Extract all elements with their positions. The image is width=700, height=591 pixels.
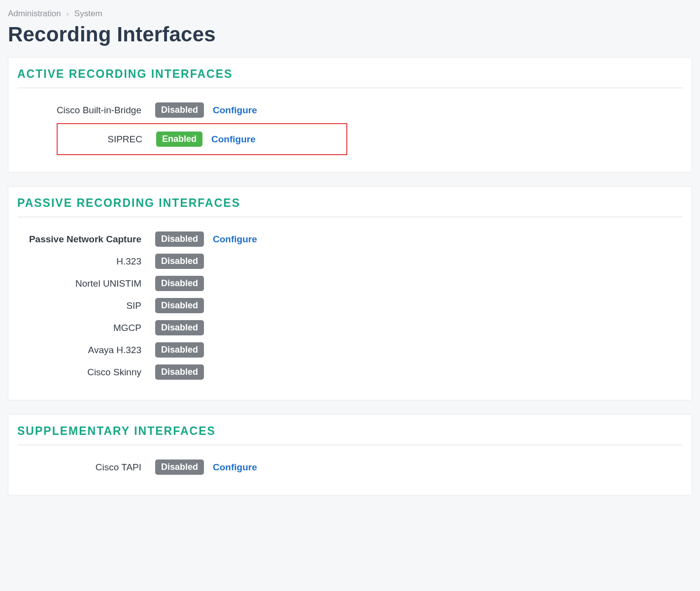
section-title-passive: PASSIVE RECORDING INTERFACES — [17, 197, 683, 217]
interface-label: Passive Network Capture — [17, 234, 155, 245]
status-badge: Disabled — [155, 460, 204, 475]
row-nortel-unistim: Nortel UNISTIM Disabled — [17, 272, 683, 295]
row-h323: H.323 Disabled — [17, 250, 683, 272]
row-passive-network-capture: Passive Network Capture Disabled Configu… — [17, 228, 683, 250]
status-badge: Disabled — [155, 102, 204, 118]
chevron-right-icon: › — [66, 9, 69, 18]
breadcrumb-system[interactable]: System — [74, 9, 102, 18]
status-badge: Disabled — [155, 231, 204, 247]
interface-label: H.323 — [17, 256, 155, 267]
interface-label: MGCP — [17, 323, 155, 333]
status-badge: Disabled — [155, 298, 204, 313]
interface-label: Nortel UNISTIM — [17, 278, 155, 289]
interface-label: Cisco Skinny — [17, 367, 155, 378]
section-title-active: ACTIVE RECORDING INTERFACES — [17, 67, 683, 88]
configure-link[interactable]: Configure — [211, 134, 256, 145]
highlight-box-siprec: SIPREC Enabled Configure — [57, 123, 347, 155]
status-badge: Disabled — [155, 342, 204, 358]
status-badge: Disabled — [155, 276, 204, 291]
interface-label: Cisco Built-in-Bridge — [17, 105, 155, 116]
row-cisco-built-in-bridge: Cisco Built-in-Bridge Disabled Configure — [17, 99, 683, 121]
status-badge: Enabled — [156, 131, 202, 147]
breadcrumb-administration[interactable]: Administration — [8, 9, 61, 18]
interface-label: Avaya H.323 — [17, 345, 155, 356]
status-badge: Disabled — [155, 254, 204, 269]
row-sip: SIP Disabled — [17, 295, 683, 317]
row-avaya-h323: Avaya H.323 Disabled — [17, 339, 683, 361]
configure-link[interactable]: Configure — [213, 234, 257, 245]
page-title: Recording Interfaces — [8, 23, 692, 46]
panel-active-recording-interfaces: ACTIVE RECORDING INTERFACES Cisco Built-… — [8, 57, 692, 172]
section-title-supplementary: SUPPLEMENTARY INTERFACES — [17, 425, 683, 445]
interface-label: Cisco TAPI — [17, 462, 155, 473]
status-badge: Disabled — [155, 320, 204, 335]
row-mgcp: MGCP Disabled — [17, 317, 683, 339]
configure-link[interactable]: Configure — [213, 462, 257, 473]
panel-passive-recording-interfaces: PASSIVE RECORDING INTERFACES Passive Net… — [8, 186, 692, 400]
panel-supplementary-interfaces: SUPPLEMENTARY INTERFACES Cisco TAPI Disa… — [8, 414, 692, 495]
interface-label: SIPREC — [58, 134, 156, 145]
interface-label: SIP — [17, 300, 155, 311]
configure-link[interactable]: Configure — [213, 105, 257, 116]
row-cisco-tapi: Cisco TAPI Disabled Configure — [17, 456, 683, 478]
row-siprec: SIPREC Enabled Configure — [58, 128, 346, 150]
status-badge: Disabled — [155, 364, 204, 380]
row-cisco-skinny: Cisco Skinny Disabled — [17, 361, 683, 383]
breadcrumb: Administration › System — [8, 9, 692, 19]
